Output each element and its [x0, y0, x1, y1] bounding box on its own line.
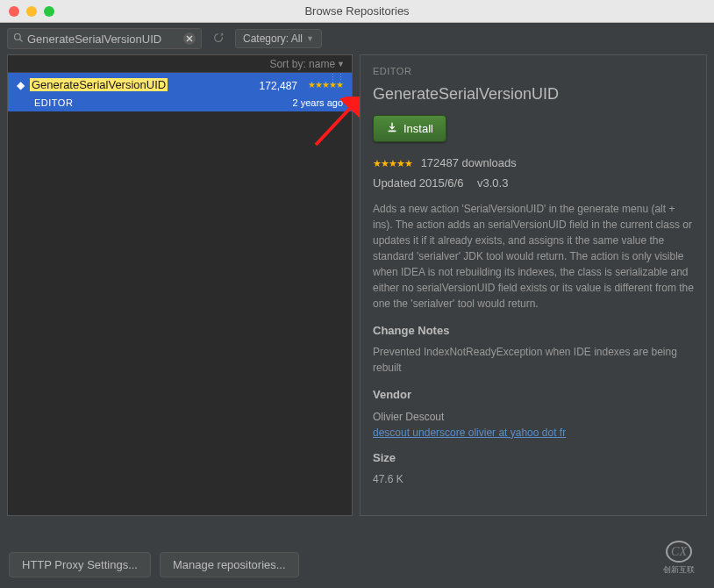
- size-value: 47.6 K: [373, 471, 694, 487]
- bottom-button-bar: HTTP Proxy Settings... Manage repositori…: [9, 552, 299, 577]
- install-label: Install: [403, 122, 433, 135]
- vendor-name: Olivier Descout: [373, 409, 694, 425]
- search-icon: [13, 32, 24, 46]
- vendor-heading: Vendor: [373, 386, 694, 404]
- rating-stars-icon: ★★★★★: [308, 80, 343, 90]
- detail-description: Adds a new action 'SerialVersionUID' in …: [373, 201, 694, 312]
- detail-category: EDITOR: [373, 64, 694, 79]
- size-heading: Size: [373, 449, 694, 467]
- plugin-list-item[interactable]: ⋮⋮ ◆ GenerateSerialVersionUID 172,487 ★★…: [8, 73, 352, 111]
- watermark-icon: CX: [666, 541, 692, 563]
- plugin-category: EDITOR: [34, 97, 73, 108]
- detail-title: GenerateSerialVersionUID: [373, 82, 694, 106]
- plugin-name-highlight: GenerateSerialVersionUID: [30, 78, 168, 91]
- traffic-lights: [0, 6, 54, 17]
- minimize-window-icon[interactable]: [26, 6, 37, 17]
- plugin-updated-time: 2 years ago: [293, 97, 343, 108]
- chevron-down-icon: ▼: [306, 34, 314, 43]
- svg-point-0: [15, 33, 21, 39]
- sort-label: Sort by: name: [269, 58, 335, 70]
- change-notes-body: Prevented IndexNotReadyException when ID…: [373, 344, 694, 376]
- plugin-downloads: 172,487: [260, 80, 297, 92]
- change-notes-heading: Change Notes: [373, 322, 694, 340]
- category-dropdown[interactable]: Category: All ▼: [235, 29, 322, 48]
- manage-repositories-button[interactable]: Manage repositories...: [160, 552, 299, 577]
- chevron-down-icon: ▼: [337, 60, 345, 68]
- plugin-type-icon: ◆: [17, 79, 25, 91]
- http-proxy-button[interactable]: HTTP Proxy Settings...: [9, 552, 151, 577]
- window-title: Browse Repositories: [304, 4, 409, 18]
- sort-control[interactable]: Sort by: name ▼: [8, 55, 352, 73]
- clear-search-icon[interactable]: [183, 32, 196, 45]
- search-input-text[interactable]: GenerateSerialVersionUID: [27, 32, 183, 46]
- watermark-text: 创新互联: [663, 564, 695, 576]
- plugin-list-pane: Sort by: name ▼ ⋮⋮ ◆ GenerateSerialVersi…: [7, 54, 353, 516]
- watermark-logo: CX 创新互联: [649, 541, 709, 576]
- rating-stars-icon: ★★★★★: [373, 158, 412, 169]
- plugin-list: ⋮⋮ ◆ GenerateSerialVersionUID 172,487 ★★…: [8, 73, 352, 515]
- category-label: Category: All: [243, 32, 303, 45]
- main-content: Sort by: name ▼ ⋮⋮ ◆ GenerateSerialVersi…: [0, 54, 714, 523]
- svg-line-1: [20, 39, 23, 41]
- svg-rect-4: [389, 130, 396, 132]
- download-icon: [386, 121, 398, 136]
- reload-icon[interactable]: [209, 32, 228, 47]
- toolbar: GenerateSerialVersionUID Category: All ▼: [0, 23, 714, 54]
- version-text: v3.0.3: [477, 176, 508, 190]
- search-field[interactable]: GenerateSerialVersionUID: [7, 28, 202, 49]
- detail-updated-row: Updated 2015/6/6 v3.0.3: [373, 175, 694, 192]
- vendor-link[interactable]: descout underscore olivier at yahoo dot …: [373, 427, 566, 439]
- downloads-text: 172487 downloads: [421, 156, 517, 169]
- close-window-icon[interactable]: [9, 6, 19, 17]
- zoom-window-icon[interactable]: [44, 6, 54, 17]
- detail-rating-row: ★★★★★ 172487 downloads: [373, 154, 694, 172]
- updated-text: Updated 2015/6/6: [373, 176, 463, 190]
- plugin-detail-pane: EDITOR GenerateSerialVersionUID Install …: [360, 54, 707, 516]
- window-titlebar: Browse Repositories: [0, 0, 714, 23]
- install-button[interactable]: Install: [373, 115, 446, 142]
